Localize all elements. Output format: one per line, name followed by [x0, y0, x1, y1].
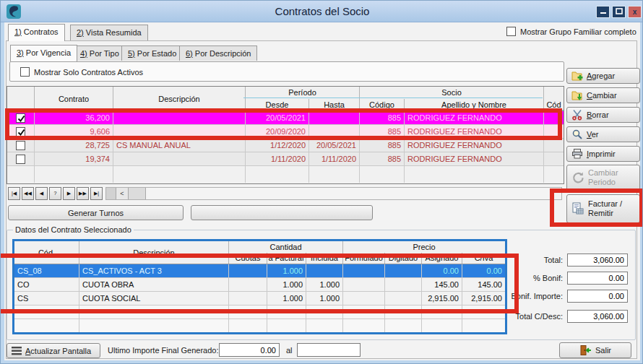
ultimo-importe-field[interactable]: 0.00 [219, 343, 280, 357]
detail-header-c-iva[interactable]: C/Iva [462, 253, 505, 264]
nav-last-button[interactable]: ▶| [90, 187, 103, 200]
agregar-button[interactable]: Agregar [566, 68, 640, 84]
record-navigator: |◀ ◀◀ ◀ ? ▶ ▶▶ ▶| [8, 187, 103, 200]
cell-asignado: 0.00 [422, 264, 462, 277]
actualizar-pantalla-button[interactable]: Actualizar Pantalla [7, 343, 100, 358]
contract-row[interactable]: 28,725 CS MANUAL ANUAL 1/12/2020 20/05/2… [7, 139, 564, 152]
subtab-por-descripcion[interactable]: 6) Por Descripción [179, 46, 257, 61]
solo-activos-checkbox[interactable]: Mostrar Solo Contratos Activos [20, 67, 143, 77]
subtab-por-estado[interactable]: 5) Por Estado [121, 46, 183, 61]
bonif-importe-label: Bonif. Importe: [503, 292, 563, 300]
refresh-icon [571, 171, 584, 184]
row-checkbox[interactable] [16, 155, 25, 164]
list-icon [12, 347, 22, 355]
cell-codigo: 885 [360, 139, 405, 152]
nav-first-button[interactable]: |◀ [8, 187, 20, 200]
magnifier-icon [571, 129, 583, 140]
cell-contrato: 19,374 [35, 152, 113, 165]
facturar-remitir-button[interactable]: Facturar / Remitir [566, 194, 640, 223]
cambiar-periodo-button[interactable]: Cambiar Periodo [566, 165, 640, 191]
cell-a-facturar: 1.000 [267, 264, 306, 277]
row-checkbox[interactable] [16, 113, 25, 123]
nav-next-page-button[interactable]: ▶▶ [77, 187, 89, 200]
total-desc-label: Total C/Desc: [503, 312, 563, 321]
imprimir-button[interactable]: Imprimir [566, 146, 640, 162]
al-field[interactable] [297, 343, 361, 357]
header-apellido[interactable]: Apellido y Nombre [405, 99, 544, 111]
header-checkbox-col [7, 87, 35, 110]
header-cod[interactable]: Cód [544, 99, 564, 110]
detail-header-cuotas[interactable]: Cuotas [229, 253, 267, 264]
ver-button[interactable]: Ver [566, 126, 640, 142]
tab-vista-resumida[interactable]: 2) Vista Resumida [70, 25, 148, 40]
subtab-por-tipo[interactable]: 4) Por Tipo [74, 46, 126, 61]
cell-codigo: 885 [360, 152, 405, 165]
borrar-button[interactable]: Borrar [566, 107, 640, 123]
cell-contrato: 28,725 [35, 139, 113, 152]
bonif-importe-field[interactable]: 0.00 [567, 290, 628, 303]
scissors-icon [571, 109, 583, 121]
maximize-button[interactable] [612, 6, 626, 18]
solo-activos-label: Mostrar Solo Contratos Activos [34, 68, 143, 77]
grupo-familiar-checkbox[interactable]: Mostrar Grupo Familiar completo [506, 27, 636, 36]
cell-contrato: 9,606 [35, 125, 113, 138]
row-checkbox[interactable] [16, 127, 25, 136]
invoice-icon [571, 202, 584, 215]
checkbox-box[interactable] [506, 27, 516, 36]
detail-header-asignado[interactable]: Asignado [422, 253, 462, 264]
cell-cuotas [229, 292, 267, 305]
header-contrato[interactable]: Contrato [35, 87, 113, 110]
blank-button[interactable] [191, 205, 373, 220]
nav-prior-page-button[interactable]: ◀◀ [22, 187, 34, 200]
cell-cod: CS_08 [14, 264, 79, 277]
cell-hasta [309, 111, 360, 124]
cell-apellido: RODRIGUEZ FERNANDO [405, 139, 544, 152]
detail-header-digitado[interactable]: Digitado [385, 253, 422, 264]
detail-header-formulado[interactable]: Formulado [343, 253, 385, 264]
detail-row[interactable]: CO CUOTA OBRA 1.000 1.000 145.00 145.00 [14, 278, 505, 292]
header-hasta[interactable]: Hasta [309, 99, 360, 111]
subtab-por-vigencia[interactable]: 3) Por Vigencia [10, 45, 77, 61]
tab-contratos[interactable]: 1) Contratos [8, 24, 65, 41]
cambiar-button[interactable]: Cambiar [566, 87, 640, 103]
nav-refresh-button[interactable]: ? [49, 187, 61, 200]
nav-next-button[interactable]: ▶ [63, 187, 75, 200]
scrollbar-thumb[interactable] [129, 188, 146, 199]
checkbox-box[interactable] [20, 67, 30, 77]
total-field[interactable]: 3,060.00 [567, 254, 628, 266]
total-label: Total: [510, 256, 563, 264]
contract-row[interactable]: 36,200 20/05/2021 885 RODRIGUEZ FERNANDO [7, 111, 564, 125]
header-desde[interactable]: Desde [246, 99, 309, 111]
cell-descripcion: CUOTA SOCIAL [79, 292, 229, 305]
header-codigo[interactable]: Código [360, 99, 405, 111]
detail-header-incluida[interactable]: Incluida [306, 253, 343, 264]
cell-cuotas [229, 264, 267, 277]
detail-header-group-cantidad: Cantidad [229, 241, 343, 253]
contract-row[interactable]: 9,606 20/09/2020 885 RODRIGUEZ FERNANDO [7, 125, 564, 139]
cell-asignado: 145.00 [422, 278, 462, 291]
close-button[interactable]: x [628, 6, 642, 18]
horizontal-scrollbar[interactable]: < [105, 187, 562, 200]
cell-apellido: RODRIGUEZ FERNANDO [405, 125, 544, 138]
scrollbar-page-left[interactable] [106, 188, 116, 199]
cell-descripcion: CS_ACTIVOS - ACT 3 [79, 264, 229, 277]
header-descripcion[interactable]: Descripción [113, 87, 246, 110]
row-checkbox[interactable] [16, 141, 25, 150]
generar-turnos-button[interactable]: Generar Turnos [8, 205, 184, 220]
detail-row[interactable]: CS_08 CS_ACTIVOS - ACT 3 1.000 0.00 0.00 [14, 264, 505, 278]
cell-codigo: 885 [360, 111, 405, 124]
detail-header-a-facturar[interactable]: a Facturar [267, 253, 306, 264]
salir-button[interactable]: Salir [559, 342, 631, 358]
detail-header-cod[interactable]: Cód. [14, 241, 79, 264]
detail-header-descripcion[interactable]: Descripción [79, 241, 229, 264]
cell-digitado [385, 292, 422, 305]
scrollbar-left-arrow[interactable]: < [116, 188, 129, 199]
window-title: Contratos del Socio [1, 5, 643, 17]
detail-row[interactable]: CS CUOTA SOCIAL 1.000 1.000 2,915.00 2,9… [14, 292, 505, 306]
minimize-button[interactable] [596, 6, 610, 18]
bonif-pct-field[interactable]: 0.00 [567, 272, 628, 285]
total-desc-field[interactable]: 3,060.00 [567, 310, 628, 323]
contract-row[interactable]: 19,374 1/11/2020 1/11/2020 885 RODRIGUEZ… [7, 152, 564, 166]
folder-plus-icon [571, 70, 583, 82]
nav-prior-button[interactable]: ◀ [35, 187, 48, 200]
